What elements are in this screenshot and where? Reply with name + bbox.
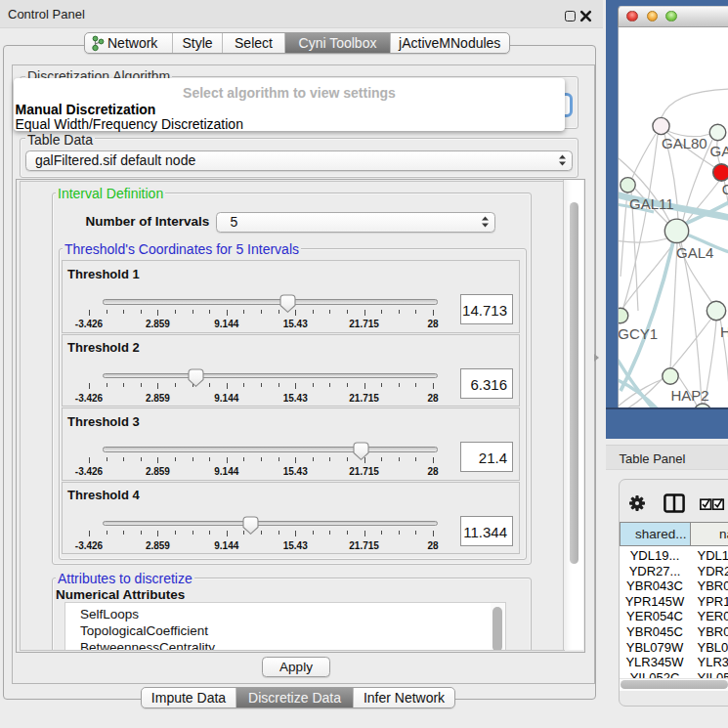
svg-text:GAL4: GAL4 — [676, 243, 713, 260]
svg-text:GAL11: GAL11 — [629, 194, 674, 211]
svg-text:GAL2: GAL2 — [710, 143, 728, 159]
svg-text:CYC: CYC — [722, 181, 728, 197]
svg-text:GCY1: GCY1 — [619, 324, 658, 341]
svg-text:HIS: HIS — [720, 323, 728, 340]
svg-text:HAP2: HAP2 — [670, 386, 708, 403]
svg-text:GAL80: GAL80 — [662, 135, 707, 151]
